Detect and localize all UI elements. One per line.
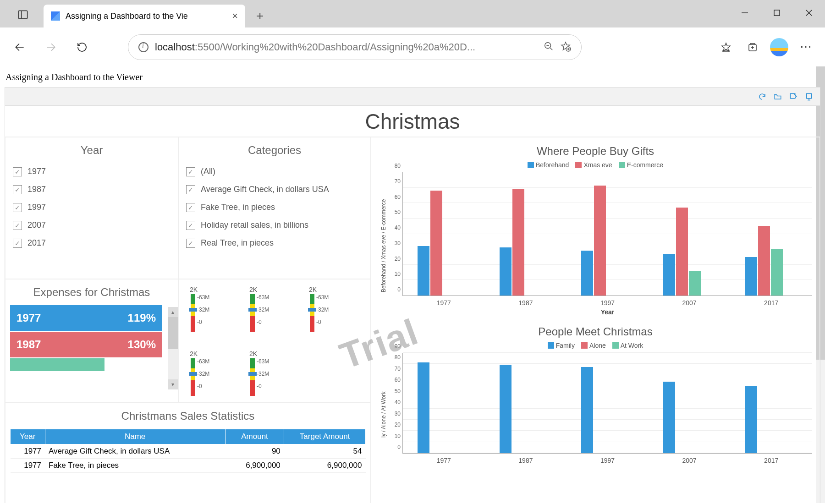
chart-legend: BeforehandXmas eveE-commerce <box>379 161 812 169</box>
chart-bar[interactable] <box>758 226 770 296</box>
scroll-down-icon[interactable]: ▾ <box>168 379 178 389</box>
browser-tab[interactable]: Assigning a Dashboard to the Vie × <box>44 5 245 27</box>
chart-bar[interactable] <box>500 365 512 453</box>
chart-bar[interactable] <box>512 189 524 296</box>
legend-item[interactable]: Alone <box>581 342 606 349</box>
legend-item[interactable]: Beforehand <box>528 161 569 169</box>
category-option[interactable]: Average Gift Check, in dollars USA <box>186 185 363 194</box>
category-option[interactable]: Real Tree, in pieces <box>186 238 363 248</box>
open-icon[interactable] <box>771 90 784 103</box>
table-header[interactable]: Year <box>11 429 45 444</box>
legend-item[interactable]: Family <box>548 342 575 349</box>
chart-bar[interactable] <box>430 191 442 296</box>
year-option[interactable]: 2007 <box>13 220 170 230</box>
checkbox-icon[interactable] <box>186 167 195 176</box>
checkbox-icon[interactable] <box>186 239 195 248</box>
checkbox-icon[interactable] <box>13 239 22 248</box>
checkbox-icon[interactable] <box>13 221 22 230</box>
expense-row[interactable]: 1987130% <box>10 332 162 357</box>
edit-icon[interactable] <box>787 90 800 103</box>
page-content: Assigning a Dashboard to the Viewer Chri… <box>0 66 825 503</box>
refresh-button[interactable] <box>69 34 95 60</box>
close-window-button[interactable] <box>793 0 825 26</box>
forward-button[interactable] <box>38 34 64 60</box>
chart-bar[interactable] <box>676 208 688 296</box>
table-header[interactable]: Target Amount <box>284 429 366 444</box>
expenses-scrollbar[interactable]: ▴ ▾ <box>168 307 178 389</box>
chart-bar[interactable] <box>689 271 701 296</box>
chart-bar[interactable] <box>418 362 429 453</box>
scroll-up-icon[interactable]: ▴ <box>168 307 178 317</box>
fullscreen-icon[interactable] <box>803 90 815 103</box>
side-panel-icon[interactable] <box>9 2 37 27</box>
x-axis-labels: 19771987199720072017 <box>403 299 812 307</box>
category-label: Holiday retail sales, in billions <box>201 220 308 230</box>
gauge: 2K -63M-32M-0 <box>190 350 222 396</box>
checkbox-icon[interactable] <box>186 221 195 230</box>
category-option[interactable]: Holiday retail sales, in billions <box>186 220 363 230</box>
stats-table: YearNameAmountTarget Amount1977Average G… <box>10 429 366 473</box>
expense-row[interactable] <box>10 358 104 371</box>
chart-bar[interactable] <box>418 246 429 296</box>
expense-row[interactable]: 1977119% <box>10 305 162 331</box>
year-option[interactable]: 1987 <box>13 185 170 194</box>
back-button[interactable] <box>7 34 33 60</box>
legend-item[interactable]: At Work <box>612 342 644 349</box>
gauge: 2K -63M-32M-0 <box>249 350 281 396</box>
maximize-button[interactable] <box>761 0 793 26</box>
dashboard: Christmas Year 19771987199720072017 Cate… <box>5 87 820 503</box>
panel-title: Expenses for Christmas <box>10 286 173 299</box>
categories-filter-panel: Categories (All)Average Gift Check, in d… <box>178 137 371 279</box>
category-option[interactable]: (All) <box>186 167 363 176</box>
x-axis-title: Year <box>403 308 812 316</box>
collections-icon[interactable] <box>740 35 765 60</box>
chart-bar[interactable] <box>581 367 593 453</box>
checkbox-icon[interactable] <box>186 185 195 194</box>
close-tab-icon[interactable]: × <box>232 10 238 22</box>
category-label: Fake Tree, in pieces <box>201 203 275 212</box>
checkbox-icon[interactable] <box>13 203 22 212</box>
minimize-button[interactable] <box>729 0 761 26</box>
new-tab-button[interactable]: + <box>250 5 270 27</box>
gauge-value: 2K <box>249 350 281 357</box>
refresh-icon[interactable] <box>756 90 769 103</box>
site-info-icon[interactable] <box>138 42 148 52</box>
year-option[interactable]: 1977 <box>13 167 170 176</box>
chart-bar[interactable] <box>745 257 757 296</box>
table-header[interactable]: Name <box>45 429 225 444</box>
chart-block: Where People Buy Gifts BeforehandXmas ev… <box>376 141 815 322</box>
table-header[interactable]: Amount <box>225 429 284 444</box>
table-row[interactable]: 1977Average Gift Check, in dollars USA90… <box>11 444 366 459</box>
chart-plot[interactable]: 19771987199720072017 Year <box>402 172 812 296</box>
favicon-icon <box>51 11 60 21</box>
legend-item[interactable]: Xmas eve <box>575 161 612 169</box>
chart-bar[interactable] <box>771 249 783 296</box>
gauge-value: 2K <box>190 286 222 293</box>
favorite-add-icon[interactable] <box>560 41 571 54</box>
chart-plot[interactable]: 19771987199720072017 <box>402 353 812 454</box>
profile-avatar[interactable] <box>767 35 792 60</box>
favorites-icon[interactable] <box>714 35 738 60</box>
address-bar[interactable]: localhost:5500/Working%20with%20Dashboar… <box>128 34 582 60</box>
legend-item[interactable]: E-commerce <box>619 161 663 169</box>
checkbox-icon[interactable] <box>13 185 22 194</box>
checkbox-icon[interactable] <box>13 167 22 176</box>
chart-bar[interactable] <box>594 186 606 296</box>
more-menu-icon[interactable]: ⋯ <box>793 35 818 60</box>
year-label: 1977 <box>28 167 46 176</box>
chart-bar[interactable] <box>745 386 757 453</box>
year-option[interactable]: 2017 <box>13 238 170 248</box>
chart-bar[interactable] <box>581 251 593 296</box>
category-option[interactable]: Fake Tree, in pieces <box>186 203 363 212</box>
table-row[interactable]: 1977Fake Tree, in pieces6,900,0006,900,0… <box>11 459 366 473</box>
chart-bar[interactable] <box>663 382 675 453</box>
window-controls <box>729 0 825 26</box>
dashboard-toolbar <box>5 88 820 106</box>
checkbox-icon[interactable] <box>186 203 195 212</box>
chart-bar[interactable] <box>663 254 675 296</box>
year-option[interactable]: 1997 <box>13 203 170 212</box>
chart-bar[interactable] <box>500 247 512 296</box>
url-text: localhost:5500/Working%20with%20Dashboar… <box>155 41 534 53</box>
stats-panel: Christmans Sales Statistics YearNameAmou… <box>5 403 371 503</box>
zoom-out-icon[interactable] <box>544 41 554 53</box>
